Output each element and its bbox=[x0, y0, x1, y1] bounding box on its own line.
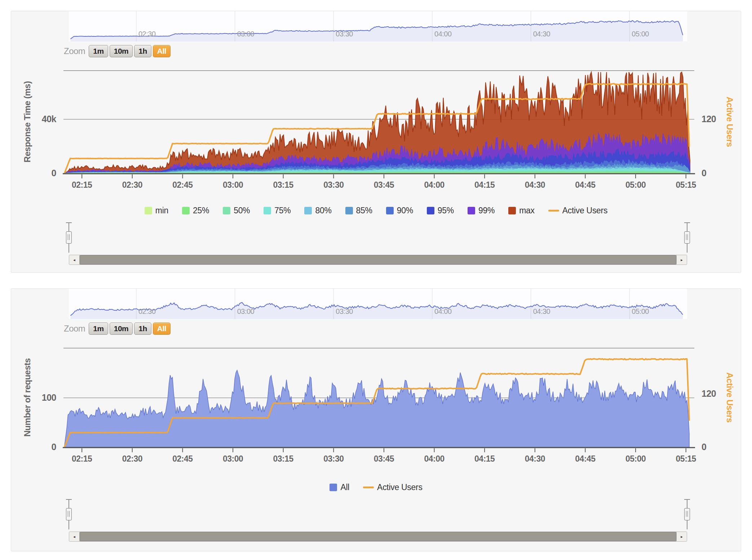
legend-item-75[interactable]: 75% bbox=[264, 206, 291, 215]
x-axis-label: 02:30 bbox=[122, 454, 142, 463]
navigator-time-label: 04:30 bbox=[533, 30, 550, 38]
y-axis-left-label: 0 bbox=[52, 168, 56, 178]
x-axis-label: 05:00 bbox=[625, 180, 646, 190]
legend-line-icon bbox=[548, 210, 559, 212]
series-All-area bbox=[65, 370, 689, 447]
navigator-time-label: 02:30 bbox=[138, 307, 156, 315]
scroll-right-arrow-icon[interactable]: ▸ bbox=[676, 532, 687, 541]
navigator-right-handle[interactable] bbox=[684, 222, 690, 253]
x-axis-label: 02:30 bbox=[122, 180, 142, 190]
legend-label: 50% bbox=[234, 206, 250, 215]
legend-item-active-users[interactable]: Active Users bbox=[548, 206, 607, 215]
navigator-left-handle[interactable] bbox=[66, 499, 72, 529]
x-axis-label: 03:15 bbox=[273, 180, 294, 190]
navigator-time-label: 02:30 bbox=[138, 30, 156, 38]
x-axis-label: 02:45 bbox=[172, 180, 193, 190]
legend-swatch-icon bbox=[329, 484, 337, 491]
x-axis-label: 04:30 bbox=[525, 454, 545, 463]
legend-item-80[interactable]: 80% bbox=[304, 206, 331, 215]
legend-label: 90% bbox=[397, 206, 413, 215]
navigator-scrollbar[interactable]: ◂ ▸ bbox=[69, 532, 687, 542]
x-axis-label: 03:00 bbox=[223, 180, 243, 190]
legend-swatch-icon bbox=[145, 207, 152, 214]
x-axis-label: 04:00 bbox=[424, 180, 444, 190]
legend-swatch-icon bbox=[182, 207, 190, 214]
x-axis-label: 04:30 bbox=[525, 180, 545, 190]
legend-swatch-icon bbox=[427, 207, 434, 214]
y-axis-right-label: 0 bbox=[702, 168, 706, 178]
scroll-left-arrow-icon[interactable]: ◂ bbox=[69, 532, 80, 541]
x-axis-label: 03:30 bbox=[323, 454, 344, 463]
navigator-time-label: 03:30 bbox=[336, 307, 353, 315]
navigator-time-label: 03:00 bbox=[237, 30, 255, 38]
handle-grip-icon[interactable] bbox=[66, 508, 72, 520]
legend-swatch-icon bbox=[345, 207, 353, 214]
gatling-report-page: Response Time Percentiles over Time (OK)… bbox=[0, 0, 752, 560]
chart-legend: AllActive Users bbox=[11, 483, 741, 492]
navigator-scrollbar[interactable]: ◂ ▸ bbox=[69, 255, 687, 265]
legend-label: 99% bbox=[478, 206, 495, 215]
response-time-navigator[interactable]: 02:3003:0003:3004:0004:3005:00 bbox=[69, 11, 687, 41]
x-axis-label: 04:15 bbox=[474, 454, 495, 463]
x-axis-label: 03:45 bbox=[374, 180, 394, 190]
x-axis-label: 04:00 bbox=[424, 454, 444, 463]
scrollbar-thumb[interactable] bbox=[80, 532, 676, 541]
requests-panel: Number of requests per second Zoom 1m 10… bbox=[11, 288, 741, 551]
legend-label: Active Users bbox=[562, 206, 607, 215]
navigator-right-handle[interactable] bbox=[684, 499, 690, 529]
x-axis-label: 03:15 bbox=[273, 454, 294, 463]
navigator-time-label: 03:00 bbox=[237, 307, 255, 315]
scroll-left-arrow-icon[interactable]: ◂ bbox=[69, 255, 80, 265]
x-axis-label: 04:45 bbox=[575, 454, 596, 463]
legend-item-25[interactable]: 25% bbox=[182, 206, 209, 215]
navigator-left-handle[interactable] bbox=[66, 222, 72, 253]
legend-label: 75% bbox=[274, 206, 291, 215]
x-axis-label: 05:15 bbox=[676, 180, 696, 190]
scroll-right-arrow-icon[interactable]: ▸ bbox=[676, 255, 687, 265]
legend-swatch-icon bbox=[508, 207, 516, 214]
legend-item-active-users[interactable]: Active Users bbox=[363, 483, 422, 492]
navigator-time-label: 05:00 bbox=[632, 30, 649, 38]
y-axis-right-label: 120 bbox=[702, 388, 716, 399]
scrollbar-thumb[interactable] bbox=[80, 255, 676, 265]
x-axis-label: 02:15 bbox=[72, 180, 92, 190]
requests-navigator[interactable]: 02:3003:0003:3004:0004:3005:00 bbox=[69, 289, 687, 319]
response-time-panel: Response Time Percentiles over Time (OK)… bbox=[11, 11, 741, 273]
legend-label: 85% bbox=[356, 206, 372, 215]
legend-swatch-icon bbox=[223, 207, 230, 214]
legend-item-max[interactable]: max bbox=[508, 206, 535, 215]
legend-label: All bbox=[340, 483, 349, 492]
legend-item-all[interactable]: All bbox=[329, 483, 349, 492]
x-axis-label: 02:15 bbox=[72, 454, 92, 463]
y-axis-left-label: 100 bbox=[42, 392, 56, 403]
legend-item-min[interactable]: min bbox=[145, 206, 168, 215]
legend-label: max bbox=[519, 206, 535, 215]
x-axis-label: 03:45 bbox=[374, 454, 394, 463]
legend-line-icon bbox=[363, 486, 374, 488]
x-axis-label: 03:00 bbox=[223, 454, 243, 463]
navigator-time-label: 04:30 bbox=[533, 307, 550, 315]
navigator-time-label: 04:00 bbox=[434, 30, 452, 38]
legend-label: min bbox=[155, 206, 168, 215]
x-axis-label: 05:00 bbox=[625, 454, 646, 463]
chart-legend: min25%50%75%80%85%90%95%99%maxActive Use… bbox=[11, 206, 741, 215]
legend-item-95[interactable]: 95% bbox=[427, 206, 454, 215]
y-axis-left-label: 40k bbox=[42, 114, 57, 124]
x-axis-label: 05:15 bbox=[676, 454, 696, 463]
legend-item-90[interactable]: 90% bbox=[386, 206, 413, 215]
legend-item-99[interactable]: 99% bbox=[468, 206, 495, 215]
legend-label: 80% bbox=[315, 206, 331, 215]
legend-item-50[interactable]: 50% bbox=[223, 206, 250, 215]
legend-item-85[interactable]: 85% bbox=[345, 206, 372, 215]
x-axis-label: 04:15 bbox=[474, 180, 495, 190]
navigator-time-label: 04:00 bbox=[434, 307, 452, 315]
response-time-chart[interactable]: 02:1502:3002:4503:0003:1503:3003:4504:00… bbox=[11, 11, 741, 272]
y-axis-left-label: 0 bbox=[52, 442, 56, 452]
y-axis-right-label: 120 bbox=[702, 114, 716, 124]
legend-swatch-icon bbox=[386, 207, 394, 214]
handle-grip-icon[interactable] bbox=[684, 231, 690, 244]
handle-grip-icon[interactable] bbox=[684, 508, 690, 520]
x-axis-label: 03:30 bbox=[323, 180, 344, 190]
requests-chart[interactable]: 02:1502:3002:4503:0003:1503:3003:4504:00… bbox=[11, 289, 741, 551]
handle-grip-icon[interactable] bbox=[66, 231, 72, 244]
